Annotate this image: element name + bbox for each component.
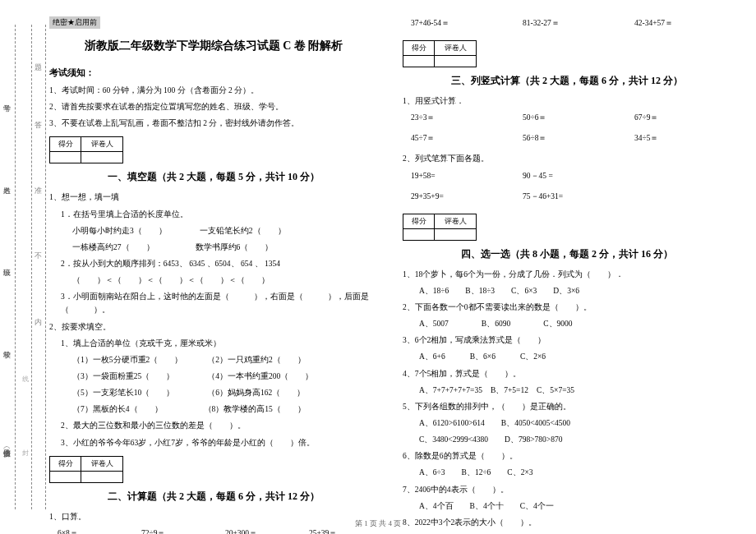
score-box-1: 得分评卷人: [49, 136, 123, 163]
score-cell: [50, 152, 81, 163]
s3-r4: 29+35+9=75－46+31=: [403, 190, 731, 204]
s1-q1-2a: （ ）＜（ ）＜（ ）＜（ ）＜（ ）: [49, 274, 378, 287]
section-1-title: 一、填空题（共 2 大题，每题 5 分，共计 10 分）: [49, 170, 378, 184]
score-box-4: 得分评卷人: [403, 214, 477, 241]
score-box-3: 得分评卷人: [403, 40, 477, 67]
s4-q1: 1、18个萝卜，每6个为一份，分成了几份．列式为（ ）．: [403, 268, 731, 281]
section-3-title: 三、列竖式计算（共 2 大题，每题 6 分，共计 12 分）: [403, 74, 731, 88]
section-4-title: 四、选一选（共 8 小题，每题 2 分，共计 16 分）: [403, 247, 731, 261]
secret-label: 绝密★启用前: [49, 16, 100, 29]
s1-q2: 2、按要求填空。: [49, 320, 378, 334]
s1-q1-1a: 小明每小时约走3（ ） 一支铅笔长约2（ ）: [49, 224, 378, 237]
exam-title: 浙教版二年级数学下学期综合练习试题 C 卷 附解析: [49, 39, 378, 53]
score-header: 得分: [50, 137, 81, 152]
instruction-2: 2、请首先按要求在试卷的指定位置填写您的姓名、班级、学号。: [49, 100, 378, 113]
s1-q1-2: 2．按从小到大的顺序排列：6453、 6345 、6504、 654 、 135…: [49, 257, 378, 270]
instruction-1: 1、考试时间：60 分钟，满分为 100 分（含卷面分 2 分）。: [49, 84, 378, 97]
right-column: 37+46-54＝81-32-27＝42-34+57＝ 得分评卷人 三、列竖式计…: [403, 16, 731, 501]
s4-q7-opt: A、4个百 B、4个十 C、4个一: [403, 499, 731, 513]
s1-q2-2: 2、最大的三位数和最小的三位数的差是（ ）。: [49, 419, 378, 432]
binding-margin: 乡镇（街道） 学校 班级 姓名 学号 封 线 内 不 准 答 题: [0, 0, 48, 534]
score-box-2: 得分评卷人: [49, 456, 123, 483]
s1-q1: 1、想一想，填一填: [49, 191, 378, 204]
fold-line-3: [45, 25, 46, 509]
s4-q6: 6、除数是6的算式是（ ）。: [403, 449, 731, 463]
s1-q1-1: 1．在括号里填上合适的长度单位。: [49, 208, 378, 221]
s3-r3: 19+58=90－45 =: [403, 169, 731, 183]
instruction-3: 3、不要在试卷上乱写乱画，卷面不整洁扣 2 分，密封线外请勿作答。: [49, 117, 378, 130]
page-footer: 第 1 页 共 4 页: [0, 518, 756, 529]
s4-q2: 2、下面各数一个0都不需要读出来的数是（ ）。: [403, 301, 731, 314]
s4-q4: 4、7个5相加，算式是（ ）。: [403, 367, 731, 380]
s1-q2-1d: （7）黑板的长4（ ） （8）教学楼的高15（ ）: [49, 403, 378, 416]
s3-r1: 23÷3＝50÷6＝67÷9＝: [403, 111, 731, 125]
s4-q5-opt2: C、3480<2999<4380 D、798>780>870: [403, 433, 731, 446]
fold-line-2: [31, 25, 32, 509]
section-2-title: 二、计算题（共 2 大题，每题 6 分，共计 12 分）: [49, 490, 378, 504]
grader-cell: [81, 152, 123, 163]
fold-line-1: [15, 25, 16, 509]
s1-q2-1c: （5）一支彩笔长10（ ） （6）妈妈身高162（ ）: [49, 386, 378, 399]
s4-q4-opt: A、7+7+7+7+7=35 B、7+5=12 C、5×7=35: [403, 384, 731, 397]
s1-q2-1a: （1）一枚5分硬币重2（ ） （2）一只鸡重约2（ ）: [49, 353, 378, 366]
s4-q7: 7、2406中的4表示（ ）。: [403, 483, 731, 496]
s4-q1-opt: A、18÷6 B、18÷3 C、6×3 D、3×6: [403, 284, 731, 297]
s4-q6-opt: A、6÷3 B、12÷6 C、2×3: [403, 466, 731, 479]
s4-q3: 3、6个2相加，写成乘法算式是（ ）: [403, 334, 731, 347]
s1-q2-1: 1、填上合适的单位（克或千克，厘米或米）: [49, 337, 378, 350]
grader-header: 评卷人: [81, 137, 123, 152]
s3-q1: 1、用竖式计算．: [403, 94, 731, 108]
s1-q2-3: 3、小红的爷爷今年63岁，小红7岁，爷爷的年龄是小红的（ ）倍。: [49, 436, 378, 449]
s3-r2: 45÷7＝56÷8＝34÷5＝: [403, 131, 731, 145]
s4-q3-opt: A、6+6 B、6×6 C、2×6: [403, 350, 731, 363]
s4-q2-opt: A、5007 B、6090 C、9000: [403, 317, 731, 330]
calc-row-6: 37+46-54＝81-32-27＝42-34+57＝: [403, 16, 731, 30]
s1-q2-1b: （3）一袋面粉重25（ ） （4）一本书约重200（ ）: [49, 370, 378, 383]
left-column: 绝密★启用前 浙教版二年级数学下学期综合练习试题 C 卷 附解析 考试须知： 1…: [49, 16, 378, 501]
s1-q1-3: 3．小明面朝南站在阳台上，这时他的左面是（ ），右面是（ ），后面是（ ）。: [49, 290, 378, 316]
s4-q5: 5、下列各组数的排列中，（ ）是正确的。: [403, 400, 731, 413]
s3-q2: 2、列式笔算下面各题。: [403, 152, 731, 165]
s4-q5-opt1: A、6120>6100>614 B、4050<4005<4500: [403, 417, 731, 430]
page-content: 绝密★启用前 浙教版二年级数学下学期综合练习试题 C 卷 附解析 考试须知： 1…: [0, 0, 756, 509]
instructions-heading: 考试须知：: [49, 67, 378, 79]
s1-q1-1b: 一栋楼高约27（ ） 数学书厚约6（ ）: [49, 241, 378, 254]
